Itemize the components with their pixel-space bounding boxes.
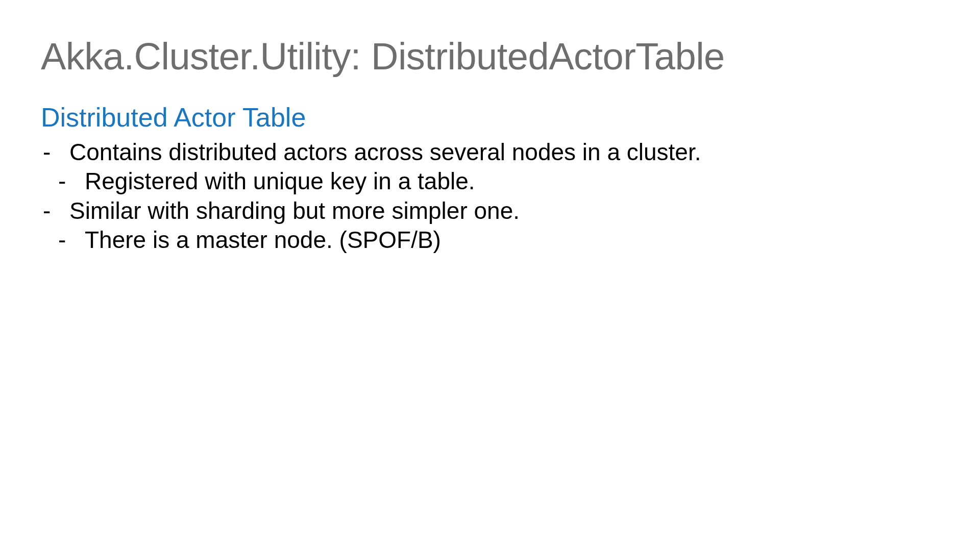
list-item: - Similar with sharding but more simpler… (41, 196, 939, 226)
bullet-list: - Contains distributed actors across sev… (41, 138, 939, 255)
bullet-text: There is a master node. (SPOF/B) (85, 226, 939, 255)
bullet-text: Registered with unique key in a table. (85, 167, 939, 196)
bullet-text: Similar with sharding but more simpler o… (69, 196, 939, 226)
slide-content: Akka.Cluster.Utility: DistributedActorTa… (0, 0, 980, 255)
bullet-dash-icon: - (56, 167, 85, 196)
list-item: - Registered with unique key in a table. (41, 167, 939, 196)
bullet-dash-icon: - (41, 196, 69, 226)
bullet-dash-icon: - (41, 138, 69, 167)
bullet-text: Contains distributed actors across sever… (69, 138, 939, 167)
list-item: - Contains distributed actors across sev… (41, 138, 939, 167)
list-item: - There is a master node. (SPOF/B) (41, 226, 939, 255)
slide-title: Akka.Cluster.Utility: DistributedActorTa… (41, 36, 939, 77)
bullet-dash-icon: - (56, 226, 85, 255)
slide-subtitle: Distributed Actor Table (41, 102, 939, 133)
